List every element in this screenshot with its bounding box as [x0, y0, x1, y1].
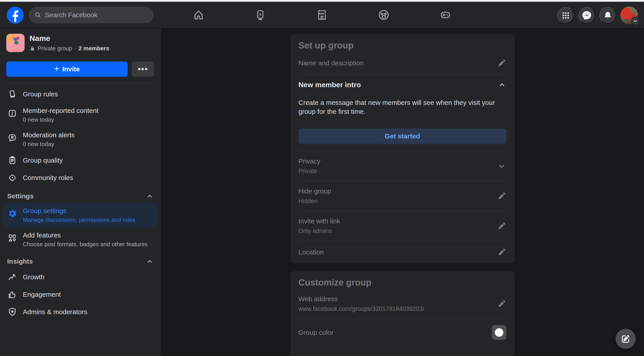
hide-group-row[interactable]: Hide group Hidden [298, 181, 506, 211]
search-icon [34, 11, 41, 19]
edit-pencil-icon[interactable] [497, 58, 506, 68]
row-value: Hidden [298, 198, 332, 204]
apps-menu-button[interactable] [557, 7, 574, 24]
customize-group-card: Customize group Web address www.facebook… [290, 271, 514, 356]
facebook-f-icon [7, 7, 24, 24]
search-input[interactable] [45, 11, 148, 19]
chevron-up-icon [146, 193, 153, 200]
sidebar-section-settings[interactable]: Settings [3, 186, 157, 203]
profile-avatar[interactable] [620, 6, 638, 24]
messenger-button[interactable] [578, 7, 595, 24]
sidebar-item-add-features[interactable]: Add features Choose post formats, badges… [3, 228, 157, 252]
sidebar-item-label: Group settings [23, 207, 135, 215]
sidebar-item-group-quality[interactable]: Group quality [3, 152, 157, 169]
chevron-up-icon[interactable] [498, 80, 506, 89]
create-post-fab[interactable] [616, 329, 636, 349]
group-privacy-label: Private group [38, 45, 72, 52]
messenger-icon [582, 10, 592, 21]
account-menu-chevron[interactable] [631, 17, 640, 25]
sidebar-section-insights[interactable]: Insights [3, 252, 157, 268]
shield-star-icon [7, 307, 18, 317]
marketplace-tab[interactable] [316, 8, 328, 22]
home-tab[interactable] [192, 8, 205, 22]
rules-book-icon [7, 89, 18, 99]
lock-icon [30, 46, 35, 52]
section-title: New member intro [298, 81, 361, 89]
notifications-button[interactable] [599, 7, 616, 24]
gear-icon [7, 208, 18, 219]
global-search[interactable] [28, 7, 154, 23]
row-label: Name and description [298, 59, 364, 67]
sidebar-item-moderation-alerts[interactable]: Moderation alerts 0 new today [3, 127, 157, 152]
edit-pencil-icon[interactable] [497, 299, 506, 309]
sidebar-item-sub: 0 new today [23, 116, 98, 123]
sidebar-item-growth[interactable]: Growth [3, 268, 157, 286]
location-row[interactable]: Location [298, 241, 506, 264]
main-nav-tabs [192, 2, 452, 28]
edit-pencil-icon[interactable] [497, 221, 506, 231]
more-options-button[interactable]: ••• [132, 62, 154, 77]
card-title: Customize group [298, 271, 506, 288]
row-label: Privacy [298, 158, 320, 165]
invite-button[interactable]: + Invite [6, 62, 128, 77]
sidebar-menu: Group rules Member-reported content 0 ne… [0, 83, 160, 321]
group-color-row[interactable]: Group color [298, 319, 506, 346]
edit-pencil-icon[interactable] [497, 191, 506, 201]
edit-pencil-icon[interactable] [497, 247, 506, 257]
sidebar-item-label: Community roles [23, 174, 73, 182]
name-description-row[interactable]: Name and description [298, 50, 506, 74]
sidebar-item-label: Admins & moderators [23, 308, 87, 316]
new-member-intro-header[interactable]: New member intro [298, 74, 506, 89]
section-label: Settings [7, 192, 34, 200]
group-name[interactable]: Name [30, 34, 109, 43]
row-label: Web address [298, 295, 424, 303]
moderation-alerts-icon [7, 132, 18, 143]
video-icon [254, 9, 266, 21]
video-tab[interactable] [254, 8, 267, 22]
group-admin-sidebar: Name Private group · 2 members + Invite … [0, 28, 160, 356]
features-shapes-icon [7, 233, 18, 243]
get-started-button[interactable]: Get started [298, 128, 506, 144]
reported-content-icon [7, 108, 18, 118]
sidebar-bottom-divider [0, 342, 160, 342]
privacy-row[interactable]: Privacy Private [298, 151, 506, 181]
plus-icon: + [54, 64, 59, 74]
sidebar-item-group-settings[interactable]: Group settings Manage discussions, permi… [3, 203, 157, 228]
home-icon [192, 9, 205, 21]
gaming-icon [439, 9, 452, 21]
sidebar-item-member-reported-content[interactable]: Member-reported content 0 new today [3, 103, 157, 127]
sidebar-item-admins-moderators[interactable]: Admins & moderators [3, 303, 157, 321]
web-address-row[interactable]: Web address www.facebook.com/groups/3201… [298, 288, 506, 319]
group-avatar[interactable] [6, 34, 24, 52]
group-color-swatch-button[interactable] [492, 325, 506, 340]
row-label: Location [298, 248, 324, 256]
new-member-intro-description: Create a message that new members will s… [298, 98, 506, 116]
group-meta: Private group · 2 members [30, 45, 109, 52]
gaming-tab[interactable] [439, 8, 452, 22]
row-label: Hide group [298, 188, 332, 195]
window-top-edge [0, 0, 644, 2]
topbar-actions [557, 6, 638, 24]
community-roles-icon [7, 173, 18, 183]
sidebar-item-engagement[interactable]: Engagement [3, 286, 157, 303]
color-dot [495, 328, 503, 337]
marketplace-icon [316, 9, 328, 21]
facebook-logo[interactable] [7, 7, 24, 24]
chevron-up-icon [146, 258, 153, 265]
sidebar-item-sub: Choose post formats, badges and other fe… [23, 241, 148, 248]
sidebar-item-community-roles[interactable]: Community roles [3, 169, 157, 186]
thumbs-up-icon [7, 289, 18, 300]
group-quality-icon [7, 155, 18, 166]
sidebar-item-label: Engagement [23, 291, 61, 298]
row-value: Private [298, 168, 320, 175]
row-value: Only admins [298, 228, 340, 234]
group-members-count[interactable]: 2 members [78, 45, 109, 52]
dot-separator: · [74, 45, 76, 52]
section-label: Insights [7, 258, 33, 265]
apps-grid-icon [561, 11, 570, 20]
groups-tab[interactable] [377, 8, 390, 22]
invite-with-link-row[interactable]: Invite with link Only admins [298, 211, 506, 241]
sidebar-item-group-rules[interactable]: Group rules [3, 86, 157, 103]
chevron-down-icon[interactable] [497, 161, 506, 171]
ellipsis-icon: ••• [138, 64, 148, 74]
